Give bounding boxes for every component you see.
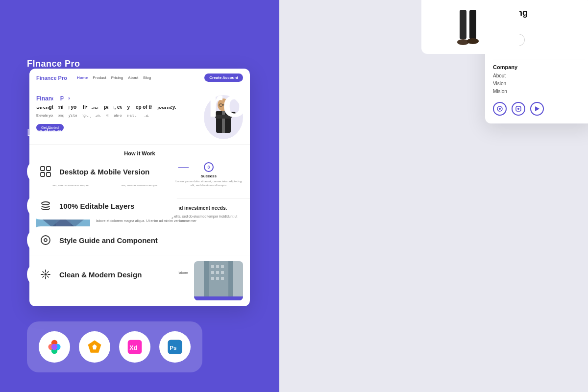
style-guide-label: Style Guide and Component: [59, 236, 158, 245]
svg-rect-21: [460, 10, 466, 39]
main-title: Finance Pro: [27, 84, 246, 123]
svg-marker-29: [535, 106, 539, 111]
company-section: Company About Vision Mision: [493, 64, 585, 94]
social-icons-row: [493, 102, 585, 116]
layers-icon: [39, 199, 52, 213]
feature-editable-layers[interactable]: 100% Editable Layers: [27, 192, 179, 220]
bg-divider: [493, 59, 585, 59]
editable-layers-label: 100% Editable Layers: [59, 202, 134, 210]
ps-tool-icon: Ps: [159, 331, 191, 363]
svg-point-23: [457, 39, 469, 45]
svg-point-24: [467, 38, 479, 44]
feature-buttons-list: Desktop & Mobile Version 100% Editable L…: [27, 158, 246, 288]
social-icon-1[interactable]: [493, 102, 507, 116]
svg-rect-0: [41, 167, 45, 171]
company-vision[interactable]: Vision: [493, 81, 585, 86]
svg-point-7: [45, 273, 47, 276]
xd-tool-icon: Xd: [119, 331, 150, 363]
svg-point-12: [51, 344, 58, 350]
svg-rect-3: [47, 172, 50, 176]
svg-rect-22: [469, 10, 476, 39]
desktop-mobile-label: Desktop & Mobile Version: [59, 168, 149, 176]
feature-desktop-mobile[interactable]: Desktop & Mobile Version: [27, 158, 179, 185]
tools-container: Xd Ps: [27, 321, 202, 372]
sparkle-icon: [39, 268, 52, 281]
company-title: Company: [493, 64, 585, 70]
settings-icon: [39, 233, 52, 247]
grid-icon: [39, 165, 52, 178]
tools-area: Xd Ps: [27, 321, 202, 372]
feature-style-guide[interactable]: Style Guide and Component: [27, 226, 179, 254]
svg-point-28: [517, 108, 519, 110]
left-content: FInance Pro Finance Pro Landing Page Des…: [27, 59, 246, 318]
svg-point-26: [499, 108, 501, 110]
svg-text:Ps: Ps: [170, 344, 176, 351]
brand-name: FInance Pro: [27, 59, 246, 69]
svg-point-4: [42, 202, 49, 205]
sketch-tool-icon: [79, 331, 110, 363]
page-subtitle: Landing Page: [27, 127, 246, 138]
social-icon-2[interactable]: [512, 102, 525, 116]
svg-point-5: [41, 236, 50, 245]
svg-rect-1: [47, 167, 50, 171]
top-person-image: [421, 0, 519, 54]
svg-text:Xd: Xd: [129, 344, 137, 351]
figma-tool-icon: [39, 331, 70, 363]
clean-design-label: Clean & Modern Design: [59, 270, 142, 279]
svg-rect-2: [41, 172, 45, 176]
svg-point-6: [44, 239, 47, 242]
company-about[interactable]: About: [493, 73, 585, 78]
feature-clean-design[interactable]: Clean & Modern Design: [27, 261, 179, 288]
company-mision[interactable]: Mision: [493, 89, 585, 94]
social-icon-3[interactable]: [530, 102, 544, 116]
